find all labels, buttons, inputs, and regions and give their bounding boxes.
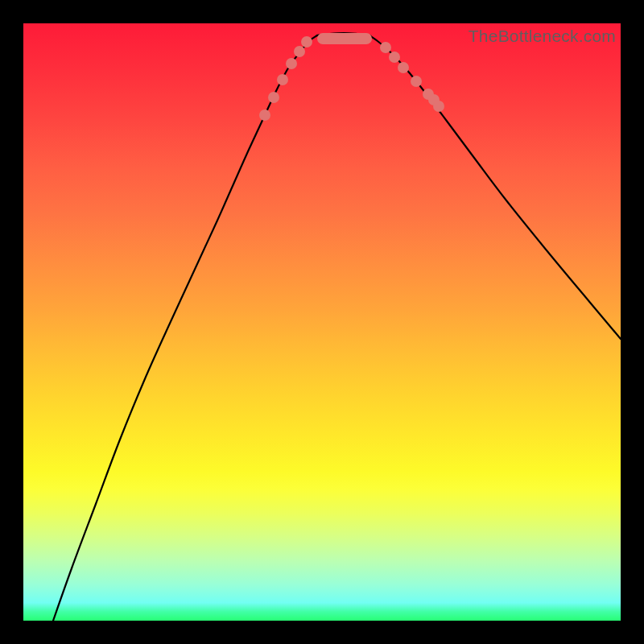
highlight-dot bbox=[398, 62, 409, 73]
curve-bottom-flat bbox=[317, 33, 369, 35]
highlight-dot bbox=[428, 94, 440, 105]
highlight-dot bbox=[411, 76, 422, 87]
chart-frame: TheBottleneck.com bbox=[0, 0, 644, 644]
highlight-dot bbox=[294, 46, 305, 57]
highlight-dot bbox=[268, 92, 279, 103]
curve-left-branch bbox=[53, 35, 317, 621]
highlight-dot bbox=[389, 52, 400, 63]
highlight-dot bbox=[433, 101, 444, 112]
highlight-dots-group bbox=[259, 36, 444, 121]
highlight-dot bbox=[423, 89, 434, 100]
minimum-highlight bbox=[317, 33, 372, 44]
highlight-dot bbox=[259, 109, 270, 121]
curve-right-branch bbox=[369, 35, 621, 339]
plot-area: TheBottleneck.com bbox=[23, 23, 621, 621]
highlight-dot bbox=[380, 42, 391, 53]
highlight-dot bbox=[286, 58, 297, 69]
watermark-text: TheBottleneck.com bbox=[469, 27, 616, 46]
highlight-dot bbox=[301, 36, 312, 47]
highlight-dot bbox=[277, 74, 288, 85]
chart-svg bbox=[23, 23, 621, 621]
